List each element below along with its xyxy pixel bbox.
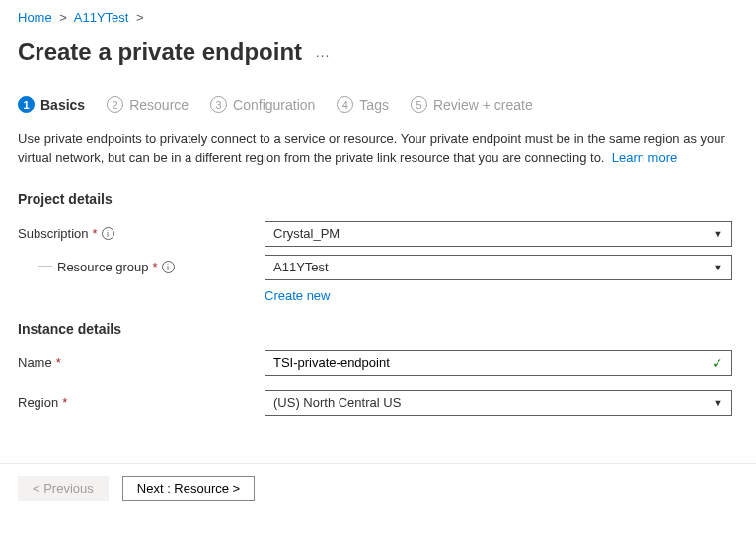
tab-label: Tags <box>359 97 389 113</box>
next-button[interactable]: Next : Resource > <box>122 476 255 501</box>
step-number-icon: 1 <box>18 96 35 113</box>
name-label: Name * <box>18 355 265 370</box>
chevron-down-icon: ▼ <box>713 397 723 409</box>
page-title: Create a private endpoint <box>18 38 302 66</box>
more-icon[interactable]: ··· <box>316 47 331 63</box>
name-input-wrapper: ✓ <box>265 350 732 376</box>
wizard-tabs: 1 Basics 2 Resource 3 Configuration 4 Ta… <box>18 96 738 113</box>
tab-review-create[interactable]: 5 Review + create <box>411 96 533 113</box>
chevron-down-icon: ▼ <box>713 262 723 273</box>
name-input[interactable] <box>273 351 706 375</box>
region-label: Region * <box>18 395 265 410</box>
tab-label: Basics <box>40 97 85 113</box>
step-number-icon: 2 <box>107 96 123 113</box>
required-icon: * <box>153 260 158 274</box>
tab-resource[interactable]: 2 Resource <box>107 96 189 113</box>
select-value: (US) North Central US <box>273 395 401 410</box>
required-icon: * <box>56 355 61 370</box>
breadcrumb-home[interactable]: Home <box>18 10 52 25</box>
step-number-icon: 5 <box>411 96 427 113</box>
resource-group-label: Resource group * i <box>18 260 265 274</box>
step-number-icon: 4 <box>337 96 353 113</box>
select-value: A11YTest <box>273 260 329 274</box>
required-icon: * <box>93 226 98 241</box>
subscription-select[interactable]: Crystal_PM ▼ <box>265 221 732 247</box>
step-number-icon: 3 <box>210 96 227 113</box>
tab-label: Review + create <box>433 97 533 113</box>
description-text: Use private endpoints to privately conne… <box>18 130 738 168</box>
section-project-details: Project details <box>18 192 738 207</box>
learn-more-link[interactable]: Learn more <box>612 150 677 165</box>
wizard-footer: < Previous Next : Resource > <box>0 463 756 513</box>
tab-label: Resource <box>129 97 189 113</box>
tab-configuration[interactable]: 3 Configuration <box>210 96 315 113</box>
breadcrumb: Home > A11YTest > <box>18 10 738 25</box>
check-icon: ✓ <box>712 355 723 371</box>
subscription-label: Subscription * i <box>18 226 265 241</box>
tab-basics[interactable]: 1 Basics <box>18 96 85 113</box>
section-instance-details: Instance details <box>18 321 738 337</box>
create-new-link[interactable]: Create new <box>265 288 330 303</box>
required-icon: * <box>62 395 67 410</box>
select-value: Crystal_PM <box>273 226 340 241</box>
info-icon[interactable]: i <box>102 227 114 240</box>
previous-button[interactable]: < Previous <box>18 476 109 501</box>
tab-label: Configuration <box>233 97 315 113</box>
chevron-right-icon: > <box>136 10 144 25</box>
info-icon[interactable]: i <box>162 261 175 273</box>
breadcrumb-item[interactable]: A11YTest <box>74 10 129 25</box>
resource-group-select[interactable]: A11YTest ▼ <box>265 255 732 280</box>
chevron-right-icon: > <box>59 10 67 25</box>
region-select[interactable]: (US) North Central US ▼ <box>265 390 732 416</box>
tab-tags[interactable]: 4 Tags <box>337 96 389 113</box>
chevron-down-icon: ▼ <box>713 228 723 240</box>
